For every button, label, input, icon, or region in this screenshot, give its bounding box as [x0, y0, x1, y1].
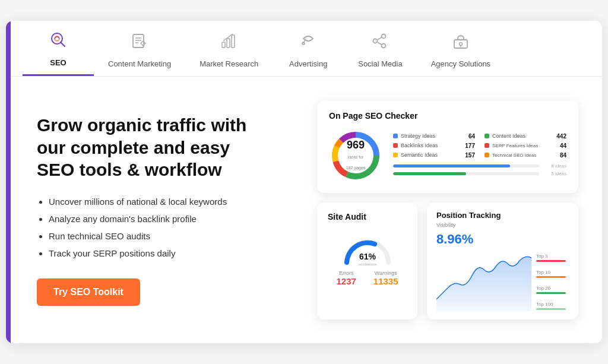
hero-headline: Grow organic traffic with our complete a…	[37, 114, 262, 181]
prog-label-2: 5 ideas	[543, 171, 566, 176]
svg-rect-3	[133, 34, 144, 48]
svg-rect-7	[222, 42, 225, 48]
strategy-value: 64	[468, 133, 475, 140]
serp-dot	[484, 143, 489, 148]
seo-checker-title: On Page SEO Checker	[329, 111, 566, 121]
kw-top3: Top 3	[536, 254, 569, 262]
errors-value: 1237	[336, 276, 356, 286]
accent-bar	[6, 21, 11, 343]
semantic-label: Semantic Ideas	[401, 152, 462, 158]
site-audit-card: Site Audit 61% no changes	[317, 202, 417, 319]
tab-seo-label: SEO	[50, 58, 66, 67]
cta-button[interactable]: Try SEO Toolkit	[37, 278, 140, 306]
prog-row-2: 5 ideas	[393, 171, 566, 176]
technical-value: 84	[560, 152, 566, 159]
keywords-legend: Top 3 Top 10 Top 20	[536, 252, 569, 311]
market-research-icon	[220, 31, 239, 55]
tab-advertising-label: Advertising	[289, 59, 327, 68]
idea-backlinks: Backlinks Ideas 177	[393, 143, 475, 149]
bullet-2: Analyze any domain's backlink profile	[49, 213, 293, 225]
donut-center: 969 ideas for182 pages	[346, 140, 366, 172]
progress-bars: 8 ideas 5 ideas	[393, 163, 566, 176]
position-tracking-title: Position Tracking	[436, 211, 569, 220]
tab-agency-solutions[interactable]: Agency Solutions	[417, 21, 505, 76]
bullet-list: Uncover millions of national & local key…	[37, 195, 293, 259]
svg-point-12	[382, 43, 386, 48]
strategy-dot	[393, 134, 398, 138]
donut-sub: ideas for182 pages	[346, 155, 366, 170]
prog-row-1: 8 ideas	[393, 163, 566, 169]
position-tracking-card: Position Tracking Visibility 8.96%	[427, 202, 578, 319]
semantic-dot	[393, 153, 398, 157]
ideas-section: Strategy Ideas 64 Content Ideas 442	[393, 133, 566, 179]
kw-top20-line	[536, 292, 566, 294]
backlinks-dot	[393, 143, 398, 148]
seo-icon	[49, 30, 68, 53]
svg-text:no changes: no changes	[358, 262, 376, 265]
tab-market-research[interactable]: Market Research	[185, 21, 273, 76]
right-side: On Page SEO Checker	[317, 100, 578, 319]
svg-line-15	[378, 42, 382, 45]
prog-bar-bg-1	[393, 164, 539, 167]
ideas-grid: Strategy Ideas 64 Content Ideas 442	[393, 133, 566, 159]
errors-block: Errors 1237	[336, 270, 356, 286]
backlinks-value: 177	[465, 143, 475, 149]
main-content: SEO Content Marketing	[11, 21, 602, 343]
tab-advertising[interactable]: Advertising	[273, 21, 344, 76]
site-audit-stats: Errors 1237 Warnings 11335	[328, 270, 407, 286]
arc-wrap: 61% no changes	[328, 230, 407, 265]
serp-value: 44	[560, 143, 566, 149]
content-dot	[484, 134, 489, 138]
seo-checker-body: 969 ideas for182 pages Strategy Ideas	[329, 129, 566, 182]
kw-top10-line	[536, 276, 566, 278]
tab-agency-solutions-label: Agency Solutions	[431, 59, 490, 68]
svg-line-14	[378, 37, 382, 40]
kw-top100: Top 100	[536, 302, 569, 310]
kw-top10-label: Top 10	[536, 270, 569, 275]
idea-serp: SERP Features Ideas 44	[484, 143, 566, 149]
prog-bar-fill-1	[393, 164, 510, 167]
bullet-1: Uncover millions of national & local key…	[49, 195, 293, 208]
tab-market-research-label: Market Research	[200, 59, 258, 68]
social-media-icon	[370, 31, 390, 55]
main-container: SEO Content Marketing	[6, 21, 602, 343]
svg-rect-8	[227, 39, 230, 48]
tab-navigation: SEO Content Marketing	[11, 21, 602, 77]
bottom-row: Site Audit 61% no changes	[317, 202, 578, 319]
tab-content-marketing-label: Content Marketing	[108, 59, 171, 68]
backlinks-label: Backlinks Ideas	[401, 143, 462, 148]
kw-top20: Top 20	[536, 286, 569, 294]
position-tracking-value: 8.96%	[436, 232, 569, 247]
svg-text:61%: 61%	[359, 252, 376, 261]
tab-social-media[interactable]: Social Media	[344, 21, 416, 76]
content-label: Content Ideas	[492, 133, 553, 139]
advertising-icon	[299, 31, 318, 55]
idea-strategy: Strategy Ideas 64	[393, 133, 475, 140]
svg-line-1	[61, 42, 65, 46]
tab-content-marketing[interactable]: Content Marketing	[94, 21, 185, 76]
content-marketing-icon	[130, 31, 149, 55]
prog-bar-bg-2	[393, 172, 539, 175]
warnings-block: Warnings 11335	[373, 270, 398, 286]
content-value: 442	[556, 133, 566, 140]
position-tracking-subtitle: Visibility	[436, 222, 569, 228]
warnings-label: Warnings	[373, 270, 398, 276]
idea-content: Content Ideas 442	[484, 133, 566, 140]
strategy-label: Strategy Ideas	[401, 133, 466, 139]
technical-dot	[484, 153, 489, 157]
kw-top100-line	[536, 308, 566, 310]
svg-point-13	[373, 39, 378, 43]
errors-label: Errors	[336, 270, 356, 276]
warnings-value: 11335	[373, 276, 398, 286]
agency-solutions-icon	[451, 31, 470, 55]
prog-bar-fill-2	[393, 172, 466, 175]
idea-semantic: Semantic Ideas 157	[393, 152, 475, 159]
bullet-4: Track your SERP positions daily	[49, 247, 293, 259]
bullet-3: Run technical SEO audits	[49, 230, 293, 242]
technical-label: Technical SEO Ideas	[492, 153, 557, 158]
chart-area: Top 3 Top 10 Top 20	[436, 252, 569, 311]
svg-rect-9	[232, 35, 235, 48]
serp-label: SERP Features Ideas	[492, 143, 557, 148]
kw-top10: Top 10	[536, 270, 569, 278]
tab-seo[interactable]: SEO	[23, 21, 94, 76]
